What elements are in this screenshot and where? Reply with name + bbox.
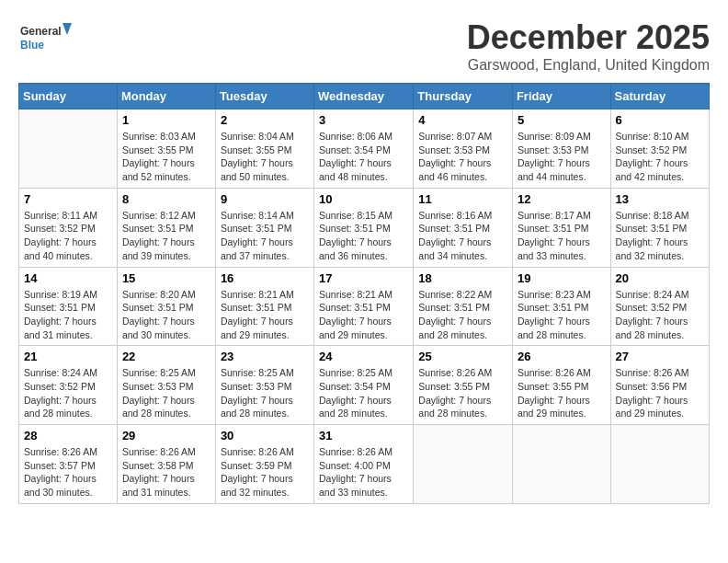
day-number: 14 xyxy=(24,271,112,285)
table-row: 10Sunrise: 8:15 AMSunset: 3:51 PMDayligh… xyxy=(314,188,414,267)
table-row: 15Sunrise: 8:20 AMSunset: 3:51 PMDayligh… xyxy=(117,267,215,346)
day-number: 8 xyxy=(122,192,210,206)
day-number: 3 xyxy=(319,113,408,127)
page-header: General Blue December 2025 Garswood, Eng… xyxy=(18,18,710,74)
table-row: 26Sunrise: 8:26 AMSunset: 3:55 PMDayligh… xyxy=(512,346,610,425)
svg-text:General: General xyxy=(20,25,62,38)
month-title: December 2025 xyxy=(467,18,710,57)
day-number: 1 xyxy=(122,113,210,127)
day-number: 23 xyxy=(221,350,309,363)
title-block: December 2025 Garswood, England, United … xyxy=(467,18,710,74)
day-number: 25 xyxy=(418,350,507,363)
calendar-week-row: 14Sunrise: 8:19 AMSunset: 3:51 PMDayligh… xyxy=(19,267,710,346)
logo-svg: General Blue xyxy=(18,18,74,60)
cell-content: Sunrise: 8:25 AMSunset: 3:53 PMDaylight:… xyxy=(122,366,210,420)
day-number: 18 xyxy=(418,271,507,285)
cell-content: Sunrise: 8:04 AMSunset: 3:55 PMDaylight:… xyxy=(221,130,309,184)
table-row: 3Sunrise: 8:06 AMSunset: 3:54 PMDaylight… xyxy=(314,109,414,189)
table-row: 28Sunrise: 8:26 AMSunset: 3:57 PMDayligh… xyxy=(19,425,118,504)
table-row: 16Sunrise: 8:21 AMSunset: 3:51 PMDayligh… xyxy=(215,267,313,346)
cell-content: Sunrise: 8:09 AMSunset: 3:53 PMDaylight:… xyxy=(518,130,606,184)
cell-content: Sunrise: 8:26 AMSunset: 3:55 PMDaylight:… xyxy=(518,366,606,420)
table-row: 9Sunrise: 8:14 AMSunset: 3:51 PMDaylight… xyxy=(215,188,313,267)
cell-content: Sunrise: 8:26 AMSunset: 3:55 PMDaylight:… xyxy=(418,366,507,420)
cell-content: Sunrise: 8:12 AMSunset: 3:51 PMDaylight:… xyxy=(122,209,210,263)
cell-content: Sunrise: 8:21 AMSunset: 3:51 PMDaylight:… xyxy=(221,288,309,342)
day-number: 6 xyxy=(616,113,704,127)
table-row: 30Sunrise: 8:26 AMSunset: 3:59 PMDayligh… xyxy=(215,425,313,504)
day-number: 9 xyxy=(221,192,309,206)
day-number: 12 xyxy=(518,192,606,206)
day-number: 7 xyxy=(24,192,112,206)
cell-content: Sunrise: 8:23 AMSunset: 3:51 PMDaylight:… xyxy=(518,288,606,342)
table-row: 29Sunrise: 8:26 AMSunset: 3:58 PMDayligh… xyxy=(117,425,215,504)
table-row: 13Sunrise: 8:18 AMSunset: 3:51 PMDayligh… xyxy=(610,188,709,267)
cell-content: Sunrise: 8:03 AMSunset: 3:55 PMDaylight:… xyxy=(122,130,210,184)
cell-content: Sunrise: 8:10 AMSunset: 3:52 PMDaylight:… xyxy=(616,130,704,184)
header-wednesday: Wednesday xyxy=(314,84,414,109)
cell-content: Sunrise: 8:11 AMSunset: 3:52 PMDaylight:… xyxy=(24,209,112,263)
day-number: 2 xyxy=(221,113,309,127)
day-number: 22 xyxy=(122,350,210,363)
table-row: 7Sunrise: 8:11 AMSunset: 3:52 PMDaylight… xyxy=(19,188,118,267)
day-number: 31 xyxy=(319,429,408,442)
cell-content: Sunrise: 8:24 AMSunset: 3:52 PMDaylight:… xyxy=(616,288,704,342)
day-number: 21 xyxy=(24,350,112,363)
cell-content: Sunrise: 8:16 AMSunset: 3:51 PMDaylight:… xyxy=(418,209,507,263)
day-number: 4 xyxy=(418,113,507,127)
table-row xyxy=(414,425,513,504)
cell-content: Sunrise: 8:26 AMSunset: 3:59 PMDaylight:… xyxy=(221,445,309,500)
cell-content: Sunrise: 8:18 AMSunset: 3:51 PMDaylight:… xyxy=(616,209,704,263)
cell-content: Sunrise: 8:15 AMSunset: 3:51 PMDaylight:… xyxy=(319,209,408,263)
day-number: 13 xyxy=(616,192,704,206)
svg-text:Blue: Blue xyxy=(20,39,44,52)
table-row: 8Sunrise: 8:12 AMSunset: 3:51 PMDaylight… xyxy=(117,188,215,267)
day-number: 16 xyxy=(221,271,309,285)
day-number: 27 xyxy=(616,350,704,363)
day-number: 19 xyxy=(518,271,606,285)
table-row: 20Sunrise: 8:24 AMSunset: 3:52 PMDayligh… xyxy=(610,267,709,346)
table-row: 11Sunrise: 8:16 AMSunset: 3:51 PMDayligh… xyxy=(414,188,513,267)
location-subtitle: Garswood, England, United Kingdom xyxy=(467,57,710,74)
header-monday: Monday xyxy=(117,84,215,109)
calendar-week-row: 7Sunrise: 8:11 AMSunset: 3:52 PMDaylight… xyxy=(19,188,710,267)
calendar-week-row: 21Sunrise: 8:24 AMSunset: 3:52 PMDayligh… xyxy=(19,346,710,425)
cell-content: Sunrise: 8:06 AMSunset: 3:54 PMDaylight:… xyxy=(319,130,408,184)
day-number: 29 xyxy=(122,429,210,442)
calendar-table: Sunday Monday Tuesday Wednesday Thursday… xyxy=(18,83,710,504)
day-number: 28 xyxy=(24,429,112,442)
table-row: 23Sunrise: 8:25 AMSunset: 3:53 PMDayligh… xyxy=(215,346,313,425)
header-friday: Friday xyxy=(512,84,610,109)
header-thursday: Thursday xyxy=(414,84,513,109)
table-row: 12Sunrise: 8:17 AMSunset: 3:51 PMDayligh… xyxy=(512,188,610,267)
cell-content: Sunrise: 8:17 AMSunset: 3:51 PMDaylight:… xyxy=(518,209,606,263)
table-row xyxy=(19,109,118,189)
cell-content: Sunrise: 8:26 AMSunset: 3:56 PMDaylight:… xyxy=(616,366,704,420)
cell-content: Sunrise: 8:24 AMSunset: 3:52 PMDaylight:… xyxy=(24,366,112,420)
calendar-week-row: 28Sunrise: 8:26 AMSunset: 3:57 PMDayligh… xyxy=(19,425,710,504)
day-number: 20 xyxy=(616,271,704,285)
day-number: 10 xyxy=(319,192,408,206)
table-row: 17Sunrise: 8:21 AMSunset: 3:51 PMDayligh… xyxy=(314,267,414,346)
table-row xyxy=(512,425,610,504)
logo: General Blue xyxy=(18,18,74,60)
header-tuesday: Tuesday xyxy=(215,84,313,109)
table-row: 22Sunrise: 8:25 AMSunset: 3:53 PMDayligh… xyxy=(117,346,215,425)
calendar-header-row: Sunday Monday Tuesday Wednesday Thursday… xyxy=(19,84,710,109)
day-number: 30 xyxy=(221,429,309,442)
day-number: 17 xyxy=(319,271,408,285)
day-number: 15 xyxy=(122,271,210,285)
cell-content: Sunrise: 8:20 AMSunset: 3:51 PMDaylight:… xyxy=(122,288,210,342)
table-row: 27Sunrise: 8:26 AMSunset: 3:56 PMDayligh… xyxy=(610,346,709,425)
cell-content: Sunrise: 8:07 AMSunset: 3:53 PMDaylight:… xyxy=(418,130,507,184)
header-saturday: Saturday xyxy=(610,84,709,109)
cell-content: Sunrise: 8:19 AMSunset: 3:51 PMDaylight:… xyxy=(24,288,112,342)
day-number: 11 xyxy=(418,192,507,206)
table-row: 18Sunrise: 8:22 AMSunset: 3:51 PMDayligh… xyxy=(414,267,513,346)
cell-content: Sunrise: 8:26 AMSunset: 3:58 PMDaylight:… xyxy=(122,445,210,500)
table-row: 5Sunrise: 8:09 AMSunset: 3:53 PMDaylight… xyxy=(512,109,610,189)
table-row: 24Sunrise: 8:25 AMSunset: 3:54 PMDayligh… xyxy=(314,346,414,425)
day-number: 26 xyxy=(518,350,606,363)
table-row: 19Sunrise: 8:23 AMSunset: 3:51 PMDayligh… xyxy=(512,267,610,346)
table-row: 2Sunrise: 8:04 AMSunset: 3:55 PMDaylight… xyxy=(215,109,313,189)
